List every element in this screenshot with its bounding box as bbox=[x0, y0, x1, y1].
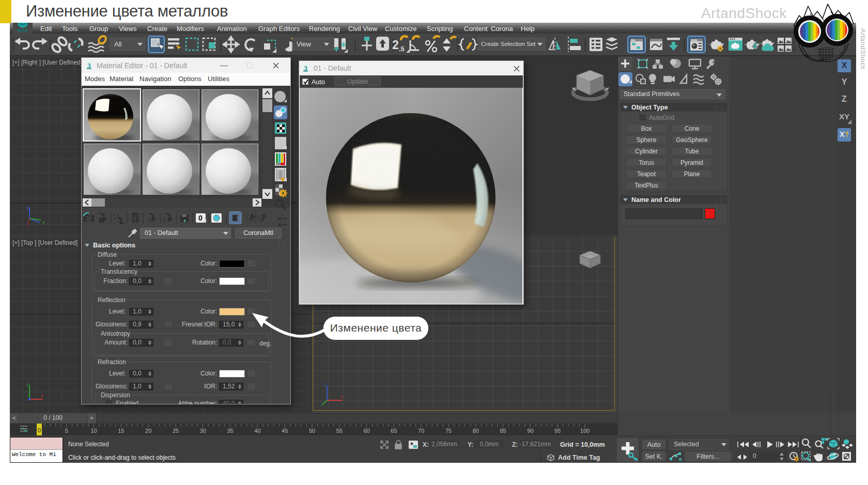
svg-text:15: 15 bbox=[118, 428, 124, 434]
svg-text:65: 65 bbox=[391, 428, 397, 434]
svg-text:y: y bbox=[42, 220, 45, 225]
svg-text:100: 100 bbox=[580, 428, 590, 434]
svg-text:55: 55 bbox=[336, 428, 343, 434]
svg-text:x: x bbox=[340, 394, 343, 399]
svg-text:x: x bbox=[41, 393, 43, 398]
svg-text:95: 95 bbox=[554, 428, 561, 434]
svg-text:75: 75 bbox=[445, 428, 452, 434]
svg-text:0: 0 bbox=[38, 427, 41, 433]
svg-text:cube: cube bbox=[586, 255, 594, 258]
svg-text:25: 25 bbox=[173, 428, 179, 434]
svg-text:30: 30 bbox=[200, 428, 206, 434]
svg-text:85: 85 bbox=[500, 428, 506, 434]
svg-text:z: z bbox=[324, 382, 327, 387]
svg-text:MAX: MAX bbox=[18, 28, 28, 33]
svg-text:10: 10 bbox=[90, 428, 97, 434]
svg-text:80: 80 bbox=[473, 428, 479, 434]
svg-text:5: 5 bbox=[65, 428, 68, 434]
svg-text:70: 70 bbox=[418, 428, 424, 434]
svg-text:z: z bbox=[27, 205, 29, 210]
svg-text:20: 20 bbox=[145, 428, 151, 434]
svg-text:35: 35 bbox=[227, 428, 233, 434]
svg-text:y: y bbox=[26, 382, 29, 387]
svg-text:90: 90 bbox=[527, 428, 533, 434]
svg-text:50: 50 bbox=[309, 428, 315, 434]
svg-text:60: 60 bbox=[363, 428, 369, 434]
svg-text:40: 40 bbox=[254, 428, 260, 434]
svg-text:0: 0 bbox=[198, 214, 203, 222]
svg-text:45: 45 bbox=[282, 428, 288, 434]
